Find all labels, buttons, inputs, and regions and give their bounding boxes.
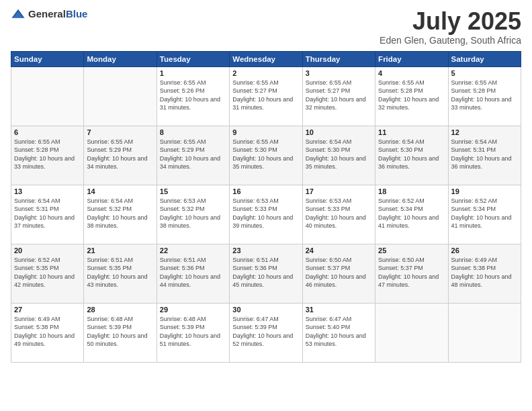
calendar-cell: 13Sunrise: 6:54 AMSunset: 5:31 PMDayligh… <box>11 185 84 244</box>
day-info: Sunrise: 6:52 AMSunset: 5:34 PMDaylight:… <box>451 197 518 230</box>
day-number: 6 <box>14 128 81 136</box>
calendar-week-row: 27Sunrise: 6:49 AMSunset: 5:38 PMDayligh… <box>11 303 521 362</box>
calendar-cell: 26Sunrise: 6:49 AMSunset: 5:38 PMDayligh… <box>448 244 521 303</box>
calendar-cell: 3Sunrise: 6:55 AMSunset: 5:27 PMDaylight… <box>302 66 375 126</box>
weekday-header: Wednesday <box>230 51 302 66</box>
calendar-cell: 25Sunrise: 6:50 AMSunset: 5:37 PMDayligh… <box>375 244 448 303</box>
calendar-cell <box>448 303 521 362</box>
calendar-cell: 16Sunrise: 6:53 AMSunset: 5:33 PMDayligh… <box>230 185 302 244</box>
calendar-cell: 23Sunrise: 6:51 AMSunset: 5:36 PMDayligh… <box>230 244 302 303</box>
calendar-cell: 18Sunrise: 6:52 AMSunset: 5:34 PMDayligh… <box>375 185 448 244</box>
day-info: Sunrise: 6:55 AMSunset: 5:29 PMDaylight:… <box>160 138 226 171</box>
day-info: Sunrise: 6:52 AMSunset: 5:35 PMDaylight:… <box>14 256 81 289</box>
day-info: Sunrise: 6:49 AMSunset: 5:38 PMDaylight:… <box>14 315 81 349</box>
day-number: 14 <box>87 187 153 195</box>
day-number: 11 <box>378 128 445 136</box>
day-number: 19 <box>451 187 518 195</box>
calendar-header-row: SundayMondayTuesdayWednesdayThursdayFrid… <box>11 51 521 66</box>
day-number: 18 <box>378 187 445 195</box>
day-number: 9 <box>232 128 299 136</box>
weekday-header: Thursday <box>302 51 375 66</box>
day-number: 23 <box>232 246 299 255</box>
weekday-header: Monday <box>84 51 157 66</box>
day-number: 2 <box>232 69 299 77</box>
day-number: 16 <box>232 187 299 195</box>
calendar-cell: 10Sunrise: 6:54 AMSunset: 5:30 PMDayligh… <box>302 126 375 185</box>
logo-general: General <box>28 8 66 19</box>
day-info: Sunrise: 6:55 AMSunset: 5:29 PMDaylight:… <box>87 138 153 171</box>
day-number: 24 <box>306 246 372 255</box>
calendar-cell: 5Sunrise: 6:55 AMSunset: 5:28 PMDaylight… <box>448 66 521 126</box>
day-info: Sunrise: 6:53 AMSunset: 5:32 PMDaylight:… <box>160 197 226 230</box>
calendar-cell: 2Sunrise: 6:55 AMSunset: 5:27 PMDaylight… <box>230 66 302 126</box>
day-info: Sunrise: 6:47 AMSunset: 5:40 PMDaylight:… <box>306 315 372 349</box>
calendar-cell: 31Sunrise: 6:47 AMSunset: 5:40 PMDayligh… <box>302 303 375 362</box>
day-info: Sunrise: 6:55 AMSunset: 5:27 PMDaylight:… <box>232 79 299 112</box>
calendar-table: SundayMondayTuesdayWednesdayThursdayFrid… <box>11 51 521 363</box>
calendar-cell: 20Sunrise: 6:52 AMSunset: 5:35 PMDayligh… <box>11 244 84 303</box>
calendar-cell: 19Sunrise: 6:52 AMSunset: 5:34 PMDayligh… <box>448 185 521 244</box>
day-number: 31 <box>306 306 372 314</box>
day-info: Sunrise: 6:54 AMSunset: 5:30 PMDaylight:… <box>306 138 372 171</box>
day-number: 10 <box>306 128 372 136</box>
day-info: Sunrise: 6:55 AMSunset: 5:30 PMDaylight:… <box>232 138 299 171</box>
day-number: 5 <box>451 69 518 77</box>
day-number: 8 <box>160 128 226 136</box>
day-info: Sunrise: 6:55 AMSunset: 5:28 PMDaylight:… <box>14 138 81 171</box>
weekday-header: Sunday <box>11 51 84 66</box>
day-number: 20 <box>14 246 81 255</box>
day-info: Sunrise: 6:51 AMSunset: 5:36 PMDaylight:… <box>232 256 299 289</box>
day-number: 1 <box>160 69 226 77</box>
day-info: Sunrise: 6:53 AMSunset: 5:33 PMDaylight:… <box>306 197 372 230</box>
calendar-cell: 1Sunrise: 6:55 AMSunset: 5:26 PMDaylight… <box>157 66 229 126</box>
day-number: 4 <box>378 69 445 77</box>
day-number: 12 <box>451 128 518 136</box>
day-info: Sunrise: 6:55 AMSunset: 5:27 PMDaylight:… <box>306 79 372 112</box>
month-title: July 2025 <box>380 8 521 35</box>
day-info: Sunrise: 6:53 AMSunset: 5:33 PMDaylight:… <box>232 197 299 230</box>
calendar-week-row: 1Sunrise: 6:55 AMSunset: 5:26 PMDaylight… <box>11 66 521 126</box>
day-number: 13 <box>14 187 81 195</box>
day-info: Sunrise: 6:50 AMSunset: 5:37 PMDaylight:… <box>306 256 372 289</box>
title-block: July 2025 Eden Glen, Gauteng, South Afri… <box>380 8 521 46</box>
day-number: 25 <box>378 246 445 255</box>
calendar-cell: 22Sunrise: 6:51 AMSunset: 5:36 PMDayligh… <box>157 244 229 303</box>
day-info: Sunrise: 6:55 AMSunset: 5:26 PMDaylight:… <box>160 79 226 112</box>
calendar-cell: 14Sunrise: 6:54 AMSunset: 5:32 PMDayligh… <box>84 185 157 244</box>
day-number: 17 <box>306 187 372 195</box>
page: GeneralBlue July 2025 Eden Glen, Gauteng… <box>0 0 532 411</box>
day-info: Sunrise: 6:50 AMSunset: 5:37 PMDaylight:… <box>378 256 445 289</box>
calendar-cell: 28Sunrise: 6:48 AMSunset: 5:39 PMDayligh… <box>84 303 157 362</box>
calendar-cell: 6Sunrise: 6:55 AMSunset: 5:28 PMDaylight… <box>11 126 84 185</box>
day-number: 15 <box>160 187 226 195</box>
calendar-cell: 30Sunrise: 6:47 AMSunset: 5:39 PMDayligh… <box>230 303 302 362</box>
day-info: Sunrise: 6:48 AMSunset: 5:39 PMDaylight:… <box>160 315 226 349</box>
calendar-cell: 15Sunrise: 6:53 AMSunset: 5:32 PMDayligh… <box>157 185 229 244</box>
day-info: Sunrise: 6:51 AMSunset: 5:36 PMDaylight:… <box>160 256 226 289</box>
day-number: 21 <box>87 246 153 255</box>
day-info: Sunrise: 6:54 AMSunset: 5:32 PMDaylight:… <box>87 197 153 230</box>
day-number: 27 <box>14 306 81 314</box>
day-info: Sunrise: 6:54 AMSunset: 5:31 PMDaylight:… <box>451 138 518 171</box>
day-info: Sunrise: 6:55 AMSunset: 5:28 PMDaylight:… <box>378 79 445 112</box>
weekday-header: Friday <box>375 51 448 66</box>
day-info: Sunrise: 6:49 AMSunset: 5:38 PMDaylight:… <box>451 256 518 289</box>
calendar-cell: 9Sunrise: 6:55 AMSunset: 5:30 PMDaylight… <box>230 126 302 185</box>
day-number: 7 <box>87 128 153 136</box>
logo-blue: Blue <box>66 8 88 19</box>
weekday-header: Saturday <box>448 51 521 66</box>
calendar-cell: 29Sunrise: 6:48 AMSunset: 5:39 PMDayligh… <box>157 303 229 362</box>
day-info: Sunrise: 6:48 AMSunset: 5:39 PMDaylight:… <box>87 315 153 349</box>
day-info: Sunrise: 6:51 AMSunset: 5:35 PMDaylight:… <box>87 256 153 289</box>
calendar-cell: 21Sunrise: 6:51 AMSunset: 5:35 PMDayligh… <box>84 244 157 303</box>
calendar-cell: 8Sunrise: 6:55 AMSunset: 5:29 PMDaylight… <box>157 126 229 185</box>
day-info: Sunrise: 6:54 AMSunset: 5:31 PMDaylight:… <box>14 197 81 230</box>
calendar-cell: 4Sunrise: 6:55 AMSunset: 5:28 PMDaylight… <box>375 66 448 126</box>
calendar-cell <box>11 66 84 126</box>
calendar-cell: 27Sunrise: 6:49 AMSunset: 5:38 PMDayligh… <box>11 303 84 362</box>
day-info: Sunrise: 6:55 AMSunset: 5:28 PMDaylight:… <box>451 79 518 112</box>
calendar-week-row: 20Sunrise: 6:52 AMSunset: 5:35 PMDayligh… <box>11 244 521 303</box>
calendar-week-row: 13Sunrise: 6:54 AMSunset: 5:31 PMDayligh… <box>11 185 521 244</box>
day-info: Sunrise: 6:52 AMSunset: 5:34 PMDaylight:… <box>378 197 445 230</box>
day-number: 3 <box>306 69 372 77</box>
